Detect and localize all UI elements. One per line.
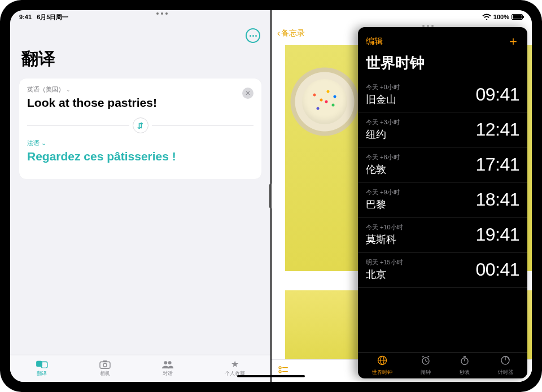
clock-offset: 明天 +15小时 [366, 258, 403, 267]
cookie-image [302, 79, 347, 124]
close-icon: ✕ [245, 89, 251, 97]
world-clock-row[interactable]: 今天 +3小时纽约12:41 [358, 112, 527, 147]
clock-city-name: 纽约 [366, 128, 400, 141]
plus-icon: ＋ [507, 34, 519, 48]
source-text[interactable]: Look at those pastries! [27, 96, 157, 110]
more-menu-button[interactable] [246, 28, 260, 43]
clock-tab-bar: 世界时钟 闹钟 秒表 [358, 352, 527, 378]
world-clock-list[interactable]: 今天 +0小时旧金山09:41今天 +3小时纽约12:41今天 +8小时伦敦17… [358, 77, 527, 352]
multitasking-dots[interactable] [156, 12, 168, 15]
clock-city-name: 北京 [366, 268, 403, 281]
add-city-button[interactable]: ＋ [507, 33, 519, 50]
globe-icon [377, 355, 387, 368]
clock-city-name: 旧金山 [366, 93, 400, 106]
svg-rect-10 [282, 371, 288, 372]
target-language-label: 法语 [27, 139, 40, 147]
chevron-down-icon: ⌄ [66, 87, 71, 93]
battery-icon [512, 14, 523, 20]
tab-label: 闹钟 [421, 369, 431, 376]
clear-text-button[interactable]: ✕ [242, 88, 253, 99]
translate-app-pane: 翻译 英语（美国） ⌄ Look at those pastries! ✕ [10, 10, 270, 382]
people-icon [161, 359, 174, 369]
tab-alarm[interactable]: 闹钟 [421, 355, 431, 376]
clock-offset: 今天 +8小时 [366, 153, 400, 162]
svg-point-9 [279, 371, 281, 373]
ipad-device-frame: 9:41 6月5日周一 100% 翻译 [0, 0, 542, 392]
svg-point-7 [279, 367, 281, 369]
swap-icon: ⇵ [137, 121, 143, 130]
svg-point-3 [103, 363, 106, 367]
clock-time: 19:41 [475, 224, 519, 245]
tab-timer[interactable]: 计时器 [498, 355, 513, 376]
world-clock-row[interactable]: 今天 +8小时伦敦17:41 [358, 147, 527, 182]
chevron-left-icon: ‹ [277, 28, 280, 38]
checklist-icon[interactable] [278, 366, 289, 376]
translate-app-title: 翻译 [10, 46, 270, 79]
status-right: 100% [482, 14, 523, 21]
tab-translate[interactable]: 翻译 [36, 359, 48, 377]
status-time-date: 9:41 6月5日周一 [19, 13, 68, 21]
swap-divider: ⇵ [27, 117, 253, 133]
clock-offset: 今天 +0小时 [366, 83, 400, 92]
svg-point-6 [168, 361, 172, 364]
svg-rect-21 [464, 356, 466, 358]
translate-icon [36, 359, 48, 369]
tab-world-clock[interactable]: 世界时钟 [372, 355, 392, 376]
alarm-icon [421, 355, 431, 368]
status-bar: 9:41 6月5日周一 100% [10, 10, 532, 23]
clock-city-name: 莫斯科 [366, 233, 403, 246]
notes-back-label: 备忘录 [281, 28, 305, 38]
battery-percent: 100% [493, 14, 509, 20]
screen: 9:41 6月5日周一 100% 翻译 [10, 10, 532, 382]
stopwatch-icon [460, 355, 470, 368]
world-clock-row[interactable]: 明天 +15小时北京00:41 [358, 252, 527, 288]
tab-conversation[interactable]: 对话 [161, 359, 174, 377]
world-clock-title: 世界时钟 [358, 52, 527, 77]
tab-favorites[interactable]: ★ 个人收藏 [225, 359, 245, 377]
clock-offset: 今天 +3小时 [366, 118, 400, 127]
svg-rect-8 [282, 367, 288, 368]
camera-icon [99, 359, 111, 369]
right-pane: ‹ 备忘录 编辑 [272, 10, 532, 382]
tab-label: 对话 [163, 370, 173, 377]
svg-line-17 [422, 356, 424, 358]
star-icon: ★ [229, 359, 241, 369]
clock-city-name: 巴黎 [366, 198, 400, 211]
clock-city-name: 伦敦 [366, 163, 400, 176]
tab-label: 世界时钟 [372, 369, 392, 376]
tab-label: 计时器 [498, 369, 513, 376]
timer-icon [500, 355, 510, 368]
tab-label: 秒表 [460, 369, 470, 376]
clock-slideover-panel: 编辑 ＋ 世界时钟 今天 +0小时旧金山09:41今天 +3小时纽约12:41今… [358, 27, 527, 378]
svg-point-5 [164, 361, 168, 364]
swap-languages-button[interactable]: ⇵ [133, 117, 148, 133]
clock-time: 12:41 [475, 119, 519, 140]
tab-label: 相机 [100, 370, 110, 377]
clock-offset: 今天 +9小时 [366, 188, 400, 197]
chevron-down-icon: ⌄ [41, 140, 46, 147]
svg-rect-2 [100, 361, 110, 368]
clock-time: 18:41 [475, 189, 519, 210]
status-time: 9:41 [19, 14, 32, 20]
translate-card: 英语（美国） ⌄ Look at those pastries! ✕ ⇵ [19, 79, 261, 179]
target-language-selector[interactable]: 法语 ⌄ [27, 139, 253, 147]
world-clock-row[interactable]: 今天 +0小时旧金山09:41 [358, 77, 527, 112]
translate-tab-bar: 翻译 相机 对话 ★ 个人收藏 [10, 355, 270, 382]
svg-line-16 [426, 361, 427, 362]
tab-label: 翻译 [37, 370, 47, 377]
clock-time: 17:41 [475, 154, 519, 175]
tab-camera[interactable]: 相机 [99, 359, 111, 377]
source-language-selector[interactable]: 英语（美国） ⌄ [27, 85, 157, 94]
svg-rect-4 [103, 360, 107, 362]
edit-button[interactable]: 编辑 [366, 36, 383, 47]
world-clock-row[interactable]: 今天 +10小时莫斯科19:41 [358, 217, 527, 252]
tab-stopwatch[interactable]: 秒表 [460, 355, 470, 376]
clock-time: 09:41 [475, 84, 519, 105]
source-language-label: 英语（美国） [27, 85, 64, 94]
translated-text: Regardez ces pâtisseries ! [27, 150, 253, 163]
svg-line-18 [428, 356, 430, 358]
world-clock-row[interactable]: 今天 +9小时巴黎18:41 [358, 182, 527, 217]
wifi-icon [482, 14, 491, 21]
status-date: 6月5日周一 [37, 14, 68, 20]
home-indicator[interactable] [237, 375, 305, 377]
